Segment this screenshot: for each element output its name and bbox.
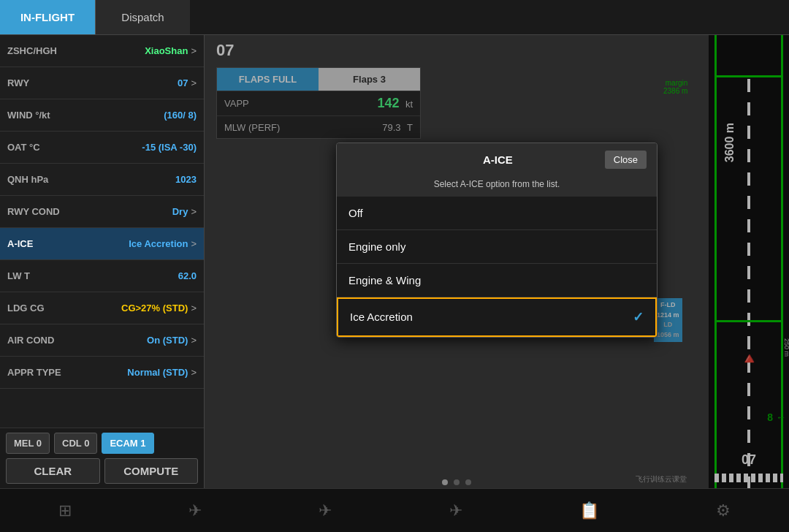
row-aircond-arrow: >: [191, 335, 197, 346]
row-airport-label: ZSHC/HGH: [7, 45, 57, 56]
modal-body: Off Engine only Engine & Wing Ice Accret…: [337, 197, 657, 337]
row-qnh-label: QNH hPa: [7, 174, 48, 185]
nav-plane3-icon[interactable]: ✈: [449, 501, 462, 520]
option-engine-only[interactable]: Engine only: [337, 230, 657, 264]
aice-modal: A-ICE Close Select A-ICE option from the…: [336, 142, 658, 338]
dots-nav: [205, 479, 709, 485]
dot-1[interactable]: [442, 479, 448, 485]
row-apprtype-label: APPR TYPE: [7, 367, 61, 378]
row-airport-value: XiaoShan: [145, 45, 188, 56]
mel-button[interactable]: MEL 0: [6, 433, 50, 454]
row-wind[interactable]: WIND °/kt (160/ 8): [0, 99, 204, 132]
row-rwycond[interactable]: RWY COND Dry >: [0, 196, 204, 228]
row-aice-value: Ice Accretion: [129, 238, 188, 249]
modal-close-button[interactable]: Close: [605, 151, 647, 169]
row-airport-arrow: >: [191, 45, 197, 56]
row-rwycond-arrow: >: [191, 206, 197, 217]
option-off[interactable]: Off: [337, 197, 657, 230]
row-rwy-value: 07: [178, 77, 188, 88]
nav-doc-icon[interactable]: 📋: [579, 501, 599, 520]
nav-plane-icon[interactable]: ✈: [188, 501, 202, 520]
nav-settings-icon[interactable]: ⚙: [716, 501, 731, 520]
row-lw[interactable]: LW T 62.0: [0, 260, 204, 292]
right-panel: 07 FLAPS FULL Flaps 3 VAPP 142 kt MLW (P…: [205, 35, 789, 488]
cdl-button[interactable]: CDL 0: [54, 433, 97, 454]
row-wind-value: (160/ 8): [164, 110, 197, 121]
mel-cdl-ecam-row: MEL 0 CDL 0 ECAM 1: [6, 433, 198, 454]
option-engine-wing-label: Engine & Wing: [348, 274, 421, 286]
row-aice[interactable]: A-ICE Ice Accretion >: [0, 228, 204, 260]
dot-2[interactable]: [454, 479, 460, 485]
row-aice-arrow: >: [191, 238, 197, 249]
nav-home-icon[interactable]: ⊞: [58, 501, 72, 520]
modal-header: A-ICE Close: [337, 143, 657, 176]
row-qnh[interactable]: QNH hPa 1023: [0, 164, 204, 196]
left-panel: ZSHC/HGH XiaoShan > RWY 07 > WIND °/kt (…: [0, 35, 205, 488]
row-oat[interactable]: OAT °C -15 (ISA -30): [0, 132, 204, 164]
row-apprtype[interactable]: APPR TYPE Normal (STD) >: [0, 357, 204, 389]
option-ice-accretion-label: Ice Accretion: [350, 311, 413, 323]
nav-plane2-icon[interactable]: ✈: [319, 501, 332, 520]
tab-dispatch[interactable]: Dispatch: [95, 0, 190, 34]
option-ice-accretion[interactable]: Ice Accretion ✓: [337, 297, 657, 337]
option-off-label: Off: [348, 207, 363, 219]
row-aircond-value: On (STD): [147, 335, 188, 346]
top-bar: IN-FLIGHT Dispatch: [0, 0, 789, 35]
row-rwy-arrow: >: [191, 77, 197, 88]
dot-3[interactable]: [465, 479, 471, 485]
row-ldgcg-arrow: >: [191, 303, 197, 314]
row-airport[interactable]: ZSHC/HGH XiaoShan >: [0, 35, 204, 67]
row-aircond[interactable]: AIR COND On (STD) >: [0, 324, 204, 357]
row-rwycond-label: RWY COND: [7, 206, 60, 217]
compute-button[interactable]: COMPUTE: [104, 458, 199, 484]
modal-overlay: A-ICE Close Select A-ICE option from the…: [205, 35, 789, 488]
row-ldgcg[interactable]: LDG CG CG>27% (STD) >: [0, 292, 204, 324]
row-oat-value: -15 (ISA -30): [142, 142, 197, 153]
modal-title: A-ICE: [391, 153, 605, 166]
selected-checkmark: ✓: [633, 309, 644, 325]
clear-compute-row: CLEAR COMPUTE: [6, 458, 198, 484]
clear-button[interactable]: CLEAR: [6, 458, 100, 484]
row-apprtype-arrow: >: [191, 367, 197, 378]
row-lw-label: LW T: [7, 270, 30, 281]
row-wind-label: WIND °/kt: [7, 110, 50, 121]
ecam-button[interactable]: ECAM 1: [102, 433, 153, 454]
row-lw-value: 62.0: [178, 270, 197, 281]
modal-subtitle: Select A-ICE option from the list.: [337, 176, 657, 197]
row-rwy-label: RWY: [7, 77, 29, 88]
watermark: 飞行训练云课堂: [636, 474, 687, 484]
row-aircond-label: AIR COND: [7, 335, 54, 346]
row-apprtype-value: Normal (STD): [127, 367, 188, 378]
row-rwycond-value: Dry: [172, 206, 188, 217]
row-oat-label: OAT °C: [7, 142, 40, 153]
bottom-nav: ⊞ ✈ ✈ ✈ 📋 ⚙: [0, 488, 789, 532]
option-engine-only-label: Engine only: [348, 240, 405, 253]
option-engine-wing[interactable]: Engine & Wing: [337, 264, 657, 297]
tab-inflight[interactable]: IN-FLIGHT: [0, 0, 95, 34]
row-ldgcg-value: CG>27% (STD): [121, 303, 188, 314]
row-aice-label: A-ICE: [7, 238, 33, 249]
row-qnh-value: 1023: [175, 174, 197, 185]
row-ldgcg-label: LDG CG: [7, 303, 45, 314]
row-rwy[interactable]: RWY 07 >: [0, 67, 204, 99]
